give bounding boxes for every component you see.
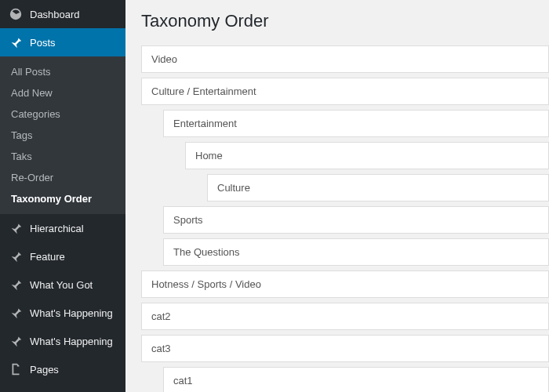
menu-feature-label: Feature	[30, 251, 65, 263]
pin-icon	[8, 220, 24, 236]
main-content: Taxonomy Order Video Culture / Entertain…	[125, 0, 549, 392]
pages-icon	[8, 361, 24, 377]
pin-icon	[8, 305, 24, 321]
dashboard-icon	[8, 6, 24, 22]
submenu-re-order[interactable]: Re-Order	[0, 167, 125, 188]
term-item[interactable]: cat3	[141, 335, 549, 362]
term-item[interactable]: Sports	[163, 206, 549, 234]
menu-whats-happening-1-label: What's Happening	[30, 307, 113, 319]
menu-whats-happening-1[interactable]: What's Happening	[0, 299, 125, 327]
pin-icon	[8, 333, 24, 349]
menu-pages[interactable]: Pages	[0, 355, 125, 383]
term-item[interactable]: Entertainment	[163, 110, 549, 137]
menu-whats-happening-2[interactable]: What's Happening	[0, 327, 125, 355]
menu-posts[interactable]: Posts	[0, 28, 125, 56]
term-item[interactable]: cat2	[141, 303, 549, 330]
term-item[interactable]: Home	[185, 142, 549, 169]
admin-sidebar: Dashboard Posts All Posts Add New Catego…	[0, 0, 125, 392]
menu-hierarchical[interactable]: Hierarchical	[0, 214, 125, 242]
menu-feature[interactable]: Feature	[0, 242, 125, 270]
pin-icon	[8, 277, 24, 292]
page-title: Taxonomy Order	[141, 11, 549, 31]
menu-what-you-got[interactable]: What You Got	[0, 270, 125, 299]
taxonomy-term-list: Video Culture / Entertainment Entertainm…	[141, 45, 549, 392]
term-item[interactable]: The Questions	[163, 238, 549, 266]
pin-icon	[8, 249, 24, 264]
submenu-tags[interactable]: Tags	[0, 125, 125, 146]
term-item[interactable]: Culture / Entertainment	[141, 78, 549, 105]
term-item[interactable]: Hotness / Sports / Video	[141, 270, 549, 298]
menu-hierarchical-label: Hierarchical	[30, 223, 84, 234]
submenu-categories[interactable]: Categories	[0, 103, 125, 125]
submenu-taks[interactable]: Taks	[0, 146, 125, 167]
menu-posts-submenu: All Posts Add New Categories Tags Taks R…	[0, 56, 125, 214]
menu-pages-label: Pages	[30, 364, 59, 376]
term-item[interactable]: Video	[141, 45, 549, 73]
submenu-all-posts[interactable]: All Posts	[0, 61, 125, 82]
menu-what-you-got-label: What You Got	[30, 279, 93, 291]
term-item[interactable]: Culture	[207, 174, 549, 201]
menu-whats-happening-2-label: What's Happening	[30, 336, 113, 347]
menu-dashboard[interactable]: Dashboard	[0, 0, 125, 28]
submenu-add-new[interactable]: Add New	[0, 82, 125, 103]
menu-dashboard-label: Dashboard	[30, 9, 80, 20]
submenu-taxonomy-order[interactable]: Taxonomy Order	[0, 188, 125, 209]
term-item[interactable]: cat1	[163, 367, 549, 392]
menu-posts-label: Posts	[30, 37, 56, 49]
pin-icon	[8, 34, 24, 50]
